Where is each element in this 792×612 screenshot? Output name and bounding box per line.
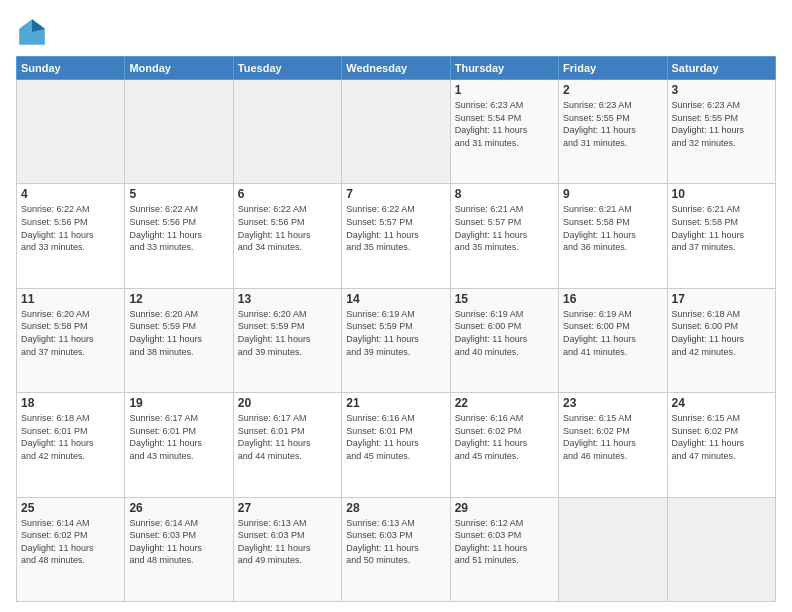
calendar-cell xyxy=(342,80,450,184)
week-row-3: 11Sunrise: 6:20 AM Sunset: 5:58 PM Dayli… xyxy=(17,288,776,392)
day-number: 27 xyxy=(238,501,337,515)
header xyxy=(16,16,776,48)
column-header-thursday: Thursday xyxy=(450,57,558,80)
day-info: Sunrise: 6:23 AM Sunset: 5:54 PM Dayligh… xyxy=(455,99,554,149)
calendar-cell: 12Sunrise: 6:20 AM Sunset: 5:59 PM Dayli… xyxy=(125,288,233,392)
week-row-4: 18Sunrise: 6:18 AM Sunset: 6:01 PM Dayli… xyxy=(17,393,776,497)
day-info: Sunrise: 6:13 AM Sunset: 6:03 PM Dayligh… xyxy=(346,517,445,567)
day-info: Sunrise: 6:19 AM Sunset: 6:00 PM Dayligh… xyxy=(563,308,662,358)
calendar-cell: 23Sunrise: 6:15 AM Sunset: 6:02 PM Dayli… xyxy=(559,393,667,497)
column-header-friday: Friday xyxy=(559,57,667,80)
day-number: 8 xyxy=(455,187,554,201)
day-number: 14 xyxy=(346,292,445,306)
calendar-cell: 3Sunrise: 6:23 AM Sunset: 5:55 PM Daylig… xyxy=(667,80,775,184)
calendar-cell: 24Sunrise: 6:15 AM Sunset: 6:02 PM Dayli… xyxy=(667,393,775,497)
day-number: 25 xyxy=(21,501,120,515)
day-info: Sunrise: 6:13 AM Sunset: 6:03 PM Dayligh… xyxy=(238,517,337,567)
column-header-tuesday: Tuesday xyxy=(233,57,341,80)
day-info: Sunrise: 6:18 AM Sunset: 6:00 PM Dayligh… xyxy=(672,308,771,358)
calendar-cell: 2Sunrise: 6:23 AM Sunset: 5:55 PM Daylig… xyxy=(559,80,667,184)
day-number: 20 xyxy=(238,396,337,410)
day-number: 10 xyxy=(672,187,771,201)
week-row-1: 1Sunrise: 6:23 AM Sunset: 5:54 PM Daylig… xyxy=(17,80,776,184)
calendar-cell xyxy=(667,497,775,601)
logo xyxy=(16,16,54,48)
day-info: Sunrise: 6:17 AM Sunset: 6:01 PM Dayligh… xyxy=(238,412,337,462)
calendar-cell: 14Sunrise: 6:19 AM Sunset: 5:59 PM Dayli… xyxy=(342,288,450,392)
day-info: Sunrise: 6:21 AM Sunset: 5:58 PM Dayligh… xyxy=(563,203,662,253)
day-number: 22 xyxy=(455,396,554,410)
calendar-cell: 21Sunrise: 6:16 AM Sunset: 6:01 PM Dayli… xyxy=(342,393,450,497)
day-info: Sunrise: 6:16 AM Sunset: 6:02 PM Dayligh… xyxy=(455,412,554,462)
day-number: 23 xyxy=(563,396,662,410)
calendar-cell: 25Sunrise: 6:14 AM Sunset: 6:02 PM Dayli… xyxy=(17,497,125,601)
calendar-cell: 5Sunrise: 6:22 AM Sunset: 5:56 PM Daylig… xyxy=(125,184,233,288)
day-info: Sunrise: 6:20 AM Sunset: 5:58 PM Dayligh… xyxy=(21,308,120,358)
day-number: 21 xyxy=(346,396,445,410)
header-row: SundayMondayTuesdayWednesdayThursdayFrid… xyxy=(17,57,776,80)
column-header-saturday: Saturday xyxy=(667,57,775,80)
logo-icon xyxy=(16,16,48,48)
day-info: Sunrise: 6:14 AM Sunset: 6:02 PM Dayligh… xyxy=(21,517,120,567)
day-info: Sunrise: 6:18 AM Sunset: 6:01 PM Dayligh… xyxy=(21,412,120,462)
day-number: 19 xyxy=(129,396,228,410)
day-number: 12 xyxy=(129,292,228,306)
calendar-cell xyxy=(559,497,667,601)
calendar-cell: 6Sunrise: 6:22 AM Sunset: 5:56 PM Daylig… xyxy=(233,184,341,288)
day-number: 28 xyxy=(346,501,445,515)
calendar-cell xyxy=(233,80,341,184)
calendar-cell: 19Sunrise: 6:17 AM Sunset: 6:01 PM Dayli… xyxy=(125,393,233,497)
calendar-cell: 17Sunrise: 6:18 AM Sunset: 6:00 PM Dayli… xyxy=(667,288,775,392)
calendar-cell: 7Sunrise: 6:22 AM Sunset: 5:57 PM Daylig… xyxy=(342,184,450,288)
day-number: 1 xyxy=(455,83,554,97)
day-number: 3 xyxy=(672,83,771,97)
day-number: 24 xyxy=(672,396,771,410)
day-number: 13 xyxy=(238,292,337,306)
day-number: 17 xyxy=(672,292,771,306)
calendar-table: SundayMondayTuesdayWednesdayThursdayFrid… xyxy=(16,56,776,602)
calendar-header: SundayMondayTuesdayWednesdayThursdayFrid… xyxy=(17,57,776,80)
day-number: 5 xyxy=(129,187,228,201)
calendar-cell: 27Sunrise: 6:13 AM Sunset: 6:03 PM Dayli… xyxy=(233,497,341,601)
column-header-sunday: Sunday xyxy=(17,57,125,80)
day-number: 9 xyxy=(563,187,662,201)
calendar-cell: 15Sunrise: 6:19 AM Sunset: 6:00 PM Dayli… xyxy=(450,288,558,392)
calendar-body: 1Sunrise: 6:23 AM Sunset: 5:54 PM Daylig… xyxy=(17,80,776,602)
day-info: Sunrise: 6:20 AM Sunset: 5:59 PM Dayligh… xyxy=(238,308,337,358)
calendar-cell: 16Sunrise: 6:19 AM Sunset: 6:00 PM Dayli… xyxy=(559,288,667,392)
week-row-2: 4Sunrise: 6:22 AM Sunset: 5:56 PM Daylig… xyxy=(17,184,776,288)
calendar-cell: 10Sunrise: 6:21 AM Sunset: 5:58 PM Dayli… xyxy=(667,184,775,288)
day-info: Sunrise: 6:21 AM Sunset: 5:58 PM Dayligh… xyxy=(672,203,771,253)
calendar-cell: 11Sunrise: 6:20 AM Sunset: 5:58 PM Dayli… xyxy=(17,288,125,392)
week-row-5: 25Sunrise: 6:14 AM Sunset: 6:02 PM Dayli… xyxy=(17,497,776,601)
day-number: 2 xyxy=(563,83,662,97)
calendar-cell: 4Sunrise: 6:22 AM Sunset: 5:56 PM Daylig… xyxy=(17,184,125,288)
column-header-monday: Monday xyxy=(125,57,233,80)
day-info: Sunrise: 6:15 AM Sunset: 6:02 PM Dayligh… xyxy=(563,412,662,462)
day-number: 6 xyxy=(238,187,337,201)
day-number: 18 xyxy=(21,396,120,410)
day-info: Sunrise: 6:17 AM Sunset: 6:01 PM Dayligh… xyxy=(129,412,228,462)
day-info: Sunrise: 6:20 AM Sunset: 5:59 PM Dayligh… xyxy=(129,308,228,358)
page: SundayMondayTuesdayWednesdayThursdayFrid… xyxy=(0,0,792,612)
day-info: Sunrise: 6:16 AM Sunset: 6:01 PM Dayligh… xyxy=(346,412,445,462)
day-info: Sunrise: 6:23 AM Sunset: 5:55 PM Dayligh… xyxy=(672,99,771,149)
day-info: Sunrise: 6:22 AM Sunset: 5:56 PM Dayligh… xyxy=(129,203,228,253)
calendar-cell xyxy=(17,80,125,184)
calendar-cell: 8Sunrise: 6:21 AM Sunset: 5:57 PM Daylig… xyxy=(450,184,558,288)
day-number: 4 xyxy=(21,187,120,201)
day-info: Sunrise: 6:22 AM Sunset: 5:56 PM Dayligh… xyxy=(238,203,337,253)
calendar-cell: 26Sunrise: 6:14 AM Sunset: 6:03 PM Dayli… xyxy=(125,497,233,601)
column-header-wednesday: Wednesday xyxy=(342,57,450,80)
calendar-cell xyxy=(125,80,233,184)
day-info: Sunrise: 6:22 AM Sunset: 5:56 PM Dayligh… xyxy=(21,203,120,253)
day-info: Sunrise: 6:22 AM Sunset: 5:57 PM Dayligh… xyxy=(346,203,445,253)
day-info: Sunrise: 6:19 AM Sunset: 6:00 PM Dayligh… xyxy=(455,308,554,358)
day-number: 26 xyxy=(129,501,228,515)
calendar-cell: 9Sunrise: 6:21 AM Sunset: 5:58 PM Daylig… xyxy=(559,184,667,288)
calendar-cell: 22Sunrise: 6:16 AM Sunset: 6:02 PM Dayli… xyxy=(450,393,558,497)
day-number: 7 xyxy=(346,187,445,201)
calendar-cell: 29Sunrise: 6:12 AM Sunset: 6:03 PM Dayli… xyxy=(450,497,558,601)
day-info: Sunrise: 6:14 AM Sunset: 6:03 PM Dayligh… xyxy=(129,517,228,567)
day-info: Sunrise: 6:19 AM Sunset: 5:59 PM Dayligh… xyxy=(346,308,445,358)
